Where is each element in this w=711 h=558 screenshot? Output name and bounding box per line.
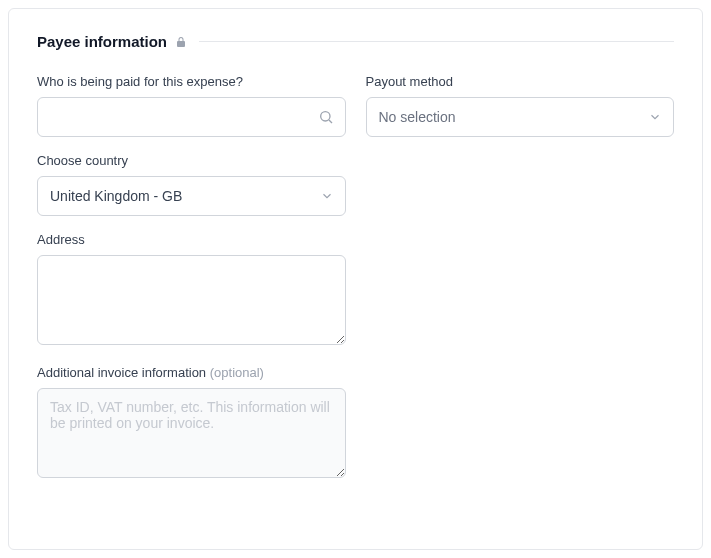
section-header: Payee information — [37, 33, 674, 50]
additional-info-textarea[interactable] — [37, 388, 346, 478]
payee-search-input[interactable] — [37, 97, 346, 137]
address-textarea[interactable] — [37, 255, 346, 345]
additional-info-label: Additional invoice information (optional… — [37, 365, 346, 380]
optional-text: (optional) — [210, 365, 264, 380]
section-title: Payee information — [37, 33, 167, 50]
header-divider — [199, 41, 674, 42]
country-select[interactable]: United Kingdom - GB — [37, 176, 346, 216]
lock-icon — [175, 36, 187, 48]
country-label: Choose country — [37, 153, 346, 168]
payout-method-label: Payout method — [366, 74, 675, 89]
payout-method-select[interactable]: No selection — [366, 97, 675, 137]
payee-information-card: Payee information Who is being paid for … — [8, 8, 703, 550]
address-label: Address — [37, 232, 346, 247]
payee-label: Who is being paid for this expense? — [37, 74, 346, 89]
